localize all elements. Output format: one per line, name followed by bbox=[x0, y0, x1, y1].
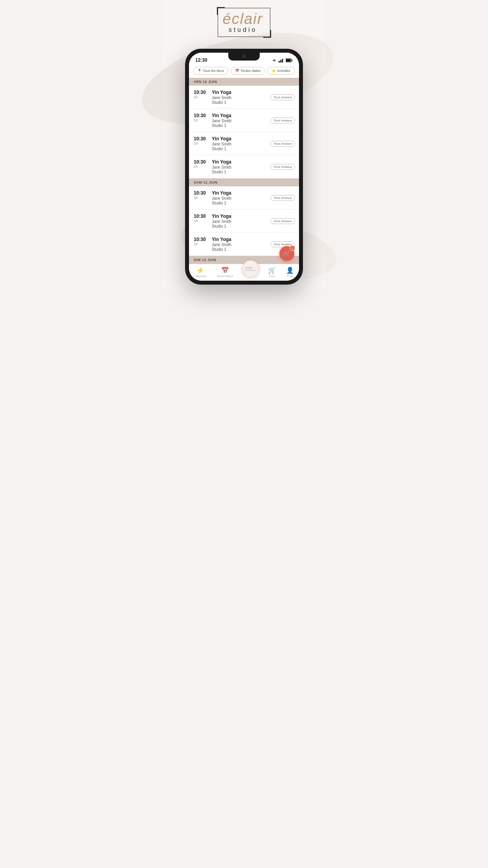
class-time: 10:30 bbox=[194, 113, 209, 118]
class-instructor: Jane Smith bbox=[212, 96, 267, 100]
nav-label-profil: Profil bbox=[287, 275, 293, 278]
filter-dates[interactable]: 📅 Toutes dates bbox=[231, 67, 265, 75]
calendrier-icon: ⚡ bbox=[196, 267, 204, 274]
class-name: Yin Yoga bbox=[212, 237, 267, 242]
bottom-nav: ⚡ Calendrier 📅 Réservations éclairstudio… bbox=[189, 264, 299, 281]
profil-icon: 👤 bbox=[286, 267, 294, 274]
class-location: Studio 1 bbox=[212, 123, 267, 128]
class-time-block: 10:30 1h bbox=[194, 113, 209, 122]
class-name: Yin Yoga bbox=[212, 213, 267, 219]
nav-item-reservations[interactable]: 📅 Réservations bbox=[216, 267, 235, 278]
class-time-block: 10:30 1h bbox=[194, 190, 209, 200]
nav-center-button[interactable]: éclairstudio bbox=[242, 260, 259, 278]
class-time-block: 10:30 1h bbox=[194, 159, 209, 169]
class-info: Yin Yoga Jane Smith Studio 1 bbox=[212, 213, 267, 228]
class-name: Yin Yoga bbox=[212, 113, 267, 118]
class-info: Yin Yoga Jane Smith Studio 1 bbox=[212, 237, 267, 252]
nav-center-label: éclairstudio bbox=[245, 267, 256, 271]
phone-frame: 12:30 bbox=[185, 49, 303, 285]
class-level-badge: Tous niveaux bbox=[270, 118, 295, 123]
day-header-ven10juin: VEN 10 JUIN bbox=[189, 78, 299, 86]
class-time: 10:30 bbox=[194, 90, 209, 95]
filter-location[interactable]: 📍 Tous les lieux bbox=[193, 67, 228, 75]
class-info: Yin Yoga Jane Smith Studio 1 bbox=[212, 113, 267, 128]
logo-studio: studio bbox=[223, 26, 263, 33]
phone-camera bbox=[242, 55, 246, 58]
class-location: Studio 1 bbox=[212, 201, 267, 205]
class-time: 10:30 bbox=[194, 190, 209, 196]
class-instructor: Jane Smith bbox=[212, 196, 267, 200]
page-wrapper: éclair studio 12:30 bbox=[163, 0, 325, 289]
class-duration: 1h bbox=[194, 142, 209, 145]
class-info: Yin Yoga Jane Smith Studio 1 bbox=[212, 136, 267, 151]
filter-dates-label: Toutes dates bbox=[240, 69, 261, 73]
class-item[interactable]: 10:30 1h Yin Yoga Jane Smith Studio 1 To… bbox=[189, 109, 299, 132]
svg-rect-4 bbox=[283, 58, 284, 63]
class-duration: 1h bbox=[194, 242, 209, 246]
nav-label-calendrier: Calendrier bbox=[194, 275, 207, 278]
class-location: Studio 1 bbox=[212, 147, 267, 151]
class-instructor: Jane Smith bbox=[212, 119, 267, 123]
status-time: 12:30 bbox=[195, 57, 207, 63]
class-item[interactable]: 10:30 1h Yin Yoga Jane Smith Studio 1 To… bbox=[189, 186, 299, 210]
class-location: Studio 1 bbox=[212, 247, 267, 252]
class-info: Yin Yoga Jane Smith Studio 1 bbox=[212, 190, 267, 205]
class-name: Yin Yoga bbox=[212, 136, 267, 142]
svg-rect-2 bbox=[280, 60, 281, 63]
class-item[interactable]: 10:30 1h Yin Yoga Jane Smith Studio 1 To… bbox=[189, 132, 299, 155]
club-icon: 🛒 bbox=[268, 267, 276, 274]
day-header-sam11juin: SAM 11 JUIN bbox=[189, 178, 299, 186]
class-level-badge: Tous niveaux bbox=[270, 94, 295, 100]
class-level-badge: Tous niveaux bbox=[270, 141, 295, 147]
star-icon: ⭐ bbox=[272, 69, 276, 73]
class-location: Studio 1 bbox=[212, 100, 267, 105]
class-time-block: 10:30 1h bbox=[194, 90, 209, 99]
class-item[interactable]: 10:30 1h Yin Yoga Jane Smith Studio 1 To… bbox=[189, 210, 299, 233]
filter-activities[interactable]: ⭐ Activités bbox=[267, 67, 295, 75]
class-instructor: Jane Smith bbox=[212, 243, 267, 247]
nav-label-reservations: Réservations bbox=[217, 275, 233, 278]
class-level-badge: Tous niveaux bbox=[270, 195, 295, 201]
class-duration: 1h bbox=[194, 219, 209, 223]
class-time-block: 10:30 1h bbox=[194, 237, 209, 246]
class-time-block: 10:30 1h bbox=[194, 213, 209, 223]
class-time: 10:30 bbox=[194, 213, 209, 219]
class-level-badge: Tous niveaux bbox=[270, 218, 295, 224]
class-item[interactable]: 10:30 1h Yin Yoga Jane Smith Studio 1 To… bbox=[189, 86, 299, 109]
class-info: Yin Yoga Jane Smith Studio 1 bbox=[212, 159, 267, 174]
nav-item-club[interactable]: 🛒 Club bbox=[266, 267, 277, 278]
logo-area: éclair studio bbox=[210, 8, 279, 37]
class-location: Studio 1 bbox=[212, 170, 267, 174]
schedule-scroll[interactable]: VEN 10 JUIN 10:30 1h Yin Yoga Jane Smith… bbox=[189, 78, 299, 264]
svg-rect-1 bbox=[279, 61, 280, 63]
reservations-icon: 📅 bbox=[221, 267, 229, 274]
class-level-badge: Tous niveaux bbox=[270, 164, 295, 170]
wifi-icon bbox=[272, 58, 277, 63]
class-time: 10:30 bbox=[194, 159, 209, 165]
class-duration: 1h bbox=[194, 196, 209, 200]
nav-item-calendrier[interactable]: ⚡ Calendrier bbox=[193, 267, 208, 278]
svg-rect-6 bbox=[292, 59, 293, 61]
class-time-block: 10:30 1h bbox=[194, 136, 209, 145]
cart-badge: 0 bbox=[290, 245, 295, 251]
svg-marker-0 bbox=[273, 59, 276, 61]
class-name: Yin Yoga bbox=[212, 159, 267, 165]
class-duration: 1h bbox=[194, 95, 209, 99]
signal-icon bbox=[279, 58, 284, 63]
class-location: Studio 1 bbox=[212, 224, 267, 228]
cart-icon: 🛒 bbox=[283, 250, 291, 257]
status-icons bbox=[272, 58, 293, 63]
filter-activities-label: Activités bbox=[277, 69, 290, 73]
fab-cart-button[interactable]: 🛒 0 bbox=[279, 246, 294, 261]
class-name: Yin Yoga bbox=[212, 90, 267, 95]
nav-item-profil[interactable]: 👤 Profil bbox=[284, 267, 295, 278]
class-instructor: Jane Smith bbox=[212, 165, 267, 169]
phone-screen: 12:30 bbox=[189, 53, 299, 281]
logo-eclair: éclair bbox=[223, 11, 263, 26]
class-instructor: Jane Smith bbox=[212, 142, 267, 146]
class-info: Yin Yoga Jane Smith Studio 1 bbox=[212, 90, 267, 105]
filter-bar: 📍 Tous les lieux 📅 Toutes dates ⭐ Activi… bbox=[189, 64, 299, 78]
logo-container: éclair studio bbox=[218, 8, 271, 37]
class-item[interactable]: 10:30 1h Yin Yoga Jane Smith Studio 1 To… bbox=[189, 155, 299, 178]
location-icon: 📍 bbox=[197, 69, 202, 73]
